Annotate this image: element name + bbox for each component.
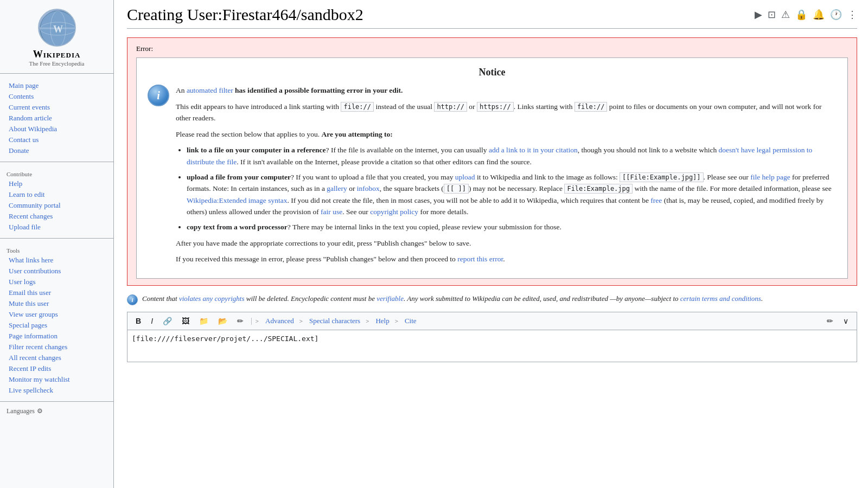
toolbar-end: ✏ ∨: [823, 314, 852, 328]
more-icon[interactable]: ⋮: [847, 9, 857, 21]
fair-use-link[interactable]: fair use: [321, 208, 342, 216]
info-icon: i: [148, 85, 169, 106]
error-paragraph: If you received this message in error, p…: [176, 253, 837, 265]
error-label: Error:: [136, 44, 848, 53]
sidebar-item-upload-file[interactable]: Upload file: [0, 222, 113, 233]
violates-copyrights-link[interactable]: violates any copyrights: [179, 294, 245, 303]
sidebar: W Wikipedia The Free Encyclopedia Main p…: [0, 0, 114, 488]
report-error-link[interactable]: report this error: [457, 255, 503, 263]
cite-chevron: >: [395, 318, 398, 324]
sidebar-divider-2: [0, 238, 113, 239]
editor-content: [file:////fileserver/projet/.../SPECIAL.…: [132, 335, 318, 343]
alert-icon[interactable]: ⚠: [781, 9, 790, 21]
sidebar-divider-3: [0, 401, 113, 402]
verifiable-link[interactable]: verifiable: [376, 294, 404, 303]
languages-section: Languages ⚙: [0, 405, 113, 418]
sidebar-item-live-spellcheck[interactable]: Live spellcheck: [0, 385, 113, 396]
page-header: Creating User:Firestar464/sandbox2 ▶ ⊡ ⚠…: [127, 0, 857, 29]
media-button-2[interactable]: 📂: [214, 314, 231, 328]
publish-icon[interactable]: ▶: [755, 9, 762, 21]
sidebar-item-random-article[interactable]: Random article: [0, 113, 113, 124]
sidebar-item-donate[interactable]: Donate: [0, 145, 113, 156]
automated-filter-link[interactable]: automated filter: [187, 86, 233, 94]
special-chars-chevron: >: [299, 318, 303, 324]
help-chevron: >: [366, 318, 369, 324]
notice-info: i An automated filter has identified a p…: [148, 85, 837, 269]
notice-paragraph-1: An automated filter has identified a pos…: [176, 85, 837, 97]
tools-section: Tools What links here User contributions…: [0, 242, 113, 398]
languages-label: Languages: [7, 407, 35, 415]
clock-icon[interactable]: 🕐: [830, 9, 842, 21]
sidebar-item-recent-ip-edits[interactable]: Recent IP edits: [0, 363, 113, 374]
image-button[interactable]: 🖼: [178, 314, 193, 328]
sidebar-logo: W Wikipedia The Free Encyclopedia: [0, 4, 113, 74]
sidebar-item-filter-recent-changes[interactable]: Filter recent changes: [0, 342, 113, 352]
bold-button[interactable]: B: [132, 314, 145, 328]
sidebar-divider-1: [0, 162, 113, 162]
wikipedia-subtitle: The Free Encyclopedia: [0, 60, 113, 67]
extended-image-syntax-link[interactable]: Wikipedia:Extended image syntax: [187, 196, 287, 204]
tools-label: Tools: [0, 244, 113, 255]
sidebar-item-user-contributions[interactable]: User contributions: [0, 266, 113, 277]
cite-link[interactable]: Cite: [401, 315, 420, 327]
bullet-item-2: upload a file from your computer? If you…: [187, 171, 837, 218]
bullet-item-3: copy text from a word processor? There m…: [187, 221, 837, 233]
italic-button[interactable]: I: [147, 314, 157, 328]
notice-title: Notice: [148, 67, 837, 78]
free-link[interactable]: free: [650, 196, 662, 204]
toolbar-divider-1: |: [251, 317, 252, 325]
contribute-label: Contribute: [0, 168, 113, 178]
sidebar-item-special-pages[interactable]: Special pages: [0, 320, 113, 331]
sidebar-item-monitor-my-watchlist[interactable]: Monitor my watchlist: [0, 374, 113, 385]
sidebar-item-contact-us[interactable]: Contact us: [0, 134, 113, 145]
notice-paragraph-3: Please read the section below that appli…: [176, 129, 837, 140]
gallery-link[interactable]: gallery: [327, 184, 347, 192]
editor-toolbar: B I 🔗 🖼 📁 📂 ✏ | > Advanced > Special cha…: [127, 312, 857, 330]
file-help-link[interactable]: file help page: [750, 173, 790, 181]
sidebar-item-contents[interactable]: Contents: [0, 91, 113, 102]
sidebar-item-community-portal[interactable]: Community portal: [0, 200, 113, 211]
main-content: Creating User:Firestar464/sandbox2 ▶ ⊡ ⚠…: [114, 0, 868, 488]
sidebar-item-what-links-here[interactable]: What links here: [0, 255, 113, 266]
copyright-text: Content that violates any copyrights wil…: [142, 294, 763, 303]
help-link[interactable]: Help: [372, 315, 392, 327]
sidebar-item-main-page[interactable]: Main page: [0, 80, 113, 91]
languages-gear-icon[interactable]: ⚙: [37, 407, 43, 415]
save-icon[interactable]: ⊡: [768, 9, 776, 21]
media-button-1[interactable]: 📁: [195, 314, 212, 328]
copyright-policy-link[interactable]: copyright policy: [370, 208, 418, 216]
notification-icon[interactable]: 🔔: [813, 9, 825, 21]
link-button[interactable]: 🔗: [159, 314, 176, 328]
editor-area[interactable]: [file:////fileserver/projet/.../SPECIAL.…: [127, 330, 857, 362]
advanced-link[interactable]: Advanced: [262, 315, 297, 327]
sidebar-item-view-user-groups[interactable]: View user groups: [0, 309, 113, 320]
bullet-item-1: link to a file on your computer in a ref…: [187, 144, 837, 168]
copyright-notice: i Content that violates any copyrights w…: [127, 294, 857, 305]
sidebar-item-about-wikipedia[interactable]: About Wikipedia: [0, 124, 113, 134]
notice-paragraph-2: This edit appears to have introduced a l…: [176, 101, 837, 124]
special-characters-link[interactable]: Special characters: [306, 315, 363, 327]
upload-link[interactable]: upload: [455, 173, 475, 181]
sidebar-item-current-events[interactable]: Current events: [0, 102, 113, 113]
sidebar-item-recent-changes[interactable]: Recent changes: [0, 211, 113, 222]
navigation-section: Main page Contents Current events Random…: [0, 78, 113, 158]
notice-content: An automated filter has identified a pos…: [176, 85, 837, 269]
terms-conditions-link[interactable]: certain terms and conditions: [680, 294, 761, 303]
expand-button[interactable]: ∨: [839, 314, 852, 328]
sidebar-item-user-logs[interactable]: User logs: [0, 277, 113, 287]
wikipedia-title: Wikipedia: [0, 49, 113, 60]
sidebar-item-page-information[interactable]: Page information: [0, 331, 113, 342]
infobox-link[interactable]: infobox: [357, 184, 380, 192]
sidebar-item-email-this-user[interactable]: Email this user: [0, 287, 113, 298]
citation-link[interactable]: add a link to it in your citation: [489, 146, 578, 154]
sidebar-item-learn-to-edit[interactable]: Learn to edit: [0, 189, 113, 200]
header-icons: ▶ ⊡ ⚠ 🔒 🔔 🕐 ⋮: [755, 9, 857, 21]
sidebar-item-all-recent-changes[interactable]: All recent changes: [0, 352, 113, 363]
pencil-button[interactable]: ✏: [233, 314, 247, 328]
sidebar-item-mute-this-user[interactable]: Mute this user: [0, 298, 113, 309]
error-box: Error: Notice i An automated filter has …: [127, 37, 857, 286]
page-title: Creating User:Firestar464/sandbox2: [127, 5, 363, 24]
lock-icon[interactable]: 🔒: [795, 9, 807, 21]
edit-icon-button[interactable]: ✏: [823, 314, 837, 328]
sidebar-item-help[interactable]: Help: [0, 178, 113, 189]
